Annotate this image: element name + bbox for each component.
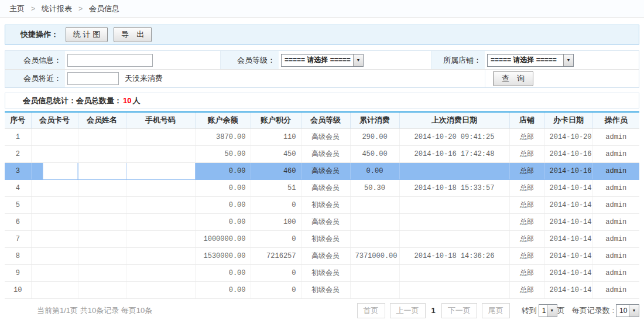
table-row[interactable]: 40.0051高级会员50.302014-10-18 15:33:57总部201…	[5, 179, 639, 196]
breadcrumb-separator: >	[78, 5, 83, 13]
col-balance: 账户余额	[195, 112, 251, 128]
member-near-field-cell: 天没来消费	[65, 70, 485, 87]
table-row-selected[interactable]: 30.00460高级会员0.00总部2014-10-16admin	[5, 162, 639, 179]
filter-row-1: 会员信息： 会员等级： ===== 请选择 =====▼ 所属店铺： =====…	[5, 51, 639, 69]
stats-chart-button[interactable]: 统 计 图	[66, 27, 108, 42]
col-store: 店铺	[509, 112, 544, 128]
store-label: 所属店铺：	[431, 51, 485, 69]
table-row[interactable]: 71000000.000初级会员总部2014-10-14admin	[5, 230, 639, 247]
col-card-number: 会员卡号	[31, 112, 78, 128]
table-row[interactable]: 50.000初级会员总部2014-10-14admin	[5, 196, 639, 213]
export-button[interactable]: 导 出	[114, 27, 152, 42]
dropdown-arrow-icon: ▼	[547, 305, 557, 317]
search-button[interactable]: 查 询	[493, 71, 533, 86]
current-page-number: 1	[431, 306, 436, 315]
store-select[interactable]: ===== 请选择 =====▼	[487, 54, 574, 67]
member-level-select[interactable]: ===== 请选择 =====▼	[281, 54, 364, 67]
goto-page-select[interactable]: 1▼	[539, 304, 557, 317]
store-field-cell: ===== 请选择 =====▼	[485, 51, 639, 69]
col-level: 会员等级	[301, 112, 350, 128]
col-total-spent: 累计消费	[350, 112, 399, 128]
table-row[interactable]: 250.00450高级会员450.002014-10-16 17:42:48总部…	[5, 145, 639, 162]
table-row[interactable]: 60.00100高级会员总部2014-10-14admin	[5, 213, 639, 230]
col-member-name: 会员姓名	[78, 112, 126, 128]
page-unit: 页	[557, 305, 565, 316]
filter-form: 会员信息： 会员等级： ===== 请选择 =====▼ 所属店铺： =====…	[5, 50, 639, 88]
first-page-button[interactable]: 首页	[357, 303, 385, 318]
search-cell: 查 询	[485, 70, 639, 87]
stats-bar: 会员信息统计：会员总数量：10人	[5, 93, 639, 108]
member-level-selected-value: ===== 请选择 =====	[282, 55, 353, 66]
member-level-label: 会员等级：	[220, 51, 279, 69]
member-near-days-input[interactable]	[67, 72, 119, 85]
dropdown-arrow-icon: ▼	[629, 305, 639, 317]
page-summary: 当前第1/1页 共10条记录 每页10条	[5, 305, 357, 316]
stats-unit: 人	[132, 96, 140, 105]
member-info-input[interactable]	[67, 54, 153, 67]
store-selected-value: ===== 请选择 =====	[488, 55, 563, 66]
breadcrumb-item-home[interactable]: 主页	[9, 0, 25, 17]
col-seq: 序号	[5, 112, 31, 128]
member-info-field-cell	[65, 51, 220, 69]
breadcrumb: 主页>统计报表>会员信息	[0, 0, 644, 18]
table-footer: 当前第1/1页 共10条记录 每页10条 首页 上一页 1 下一页 尾页 转到 …	[5, 303, 639, 318]
member-table: 序号 会员卡号 会员姓名 手机号码 账户余额 账户积分 会员等级 累计消费 上次…	[5, 111, 639, 299]
dropdown-arrow-icon: ▼	[353, 55, 363, 66]
quick-actions-label: 快捷操作：	[20, 29, 59, 40]
breadcrumb-item-reports[interactable]: 统计报表	[42, 0, 72, 17]
filter-row-2: 会员将近： 天没来消费 查 询	[5, 69, 639, 87]
prev-page-button[interactable]: 上一页	[390, 303, 426, 318]
per-page-select[interactable]: 10▼	[616, 304, 639, 317]
quick-actions-bar: 快捷操作： 统 计 图 导 出	[5, 25, 639, 45]
col-last-spend-date: 上次消费日期	[399, 112, 509, 128]
table-row[interactable]: 13870.00110高级会员290.002014-10-20 09:41:25…	[5, 128, 639, 145]
days-suffix-text: 天没来消费	[125, 73, 163, 84]
table-row[interactable]: 90.000初级会员总部2014-10-14admin	[5, 264, 639, 281]
dropdown-arrow-icon: ▼	[563, 55, 573, 66]
table-row[interactable]: 81530000.007216257高级会员7371000.002014-10-…	[5, 247, 639, 264]
col-open-date: 办卡日期	[544, 112, 592, 128]
table-row[interactable]: 100.000初级会员总部2014-10-14admin	[5, 281, 639, 298]
per-page-label: 每页记录数 :	[572, 305, 614, 316]
member-info-label: 会员信息：	[5, 51, 65, 69]
goto-label: 转到	[522, 305, 537, 316]
col-phone: 手机号码	[126, 112, 195, 128]
breadcrumb-item-current: 会员信息	[89, 0, 119, 17]
last-page-button[interactable]: 尾页	[482, 303, 510, 318]
member-level-field-cell: ===== 请选择 =====▼	[279, 51, 431, 69]
next-page-button[interactable]: 下一页	[441, 303, 477, 318]
col-points: 账户积分	[251, 112, 301, 128]
col-operator: 操作员	[592, 112, 639, 128]
member-near-label: 会员将近：	[5, 70, 65, 87]
breadcrumb-separator: >	[31, 5, 35, 13]
stats-prefix: 会员信息统计：会员总数量：	[23, 96, 122, 105]
table-header-row: 序号 会员卡号 会员姓名 手机号码 账户余额 账户积分 会员等级 累计消费 上次…	[5, 112, 639, 128]
member-total-count: 10	[122, 96, 132, 105]
pagination: 首页 上一页 1 下一页 尾页 转到 1▼ 页 每页记录数 : 10▼	[357, 303, 639, 318]
